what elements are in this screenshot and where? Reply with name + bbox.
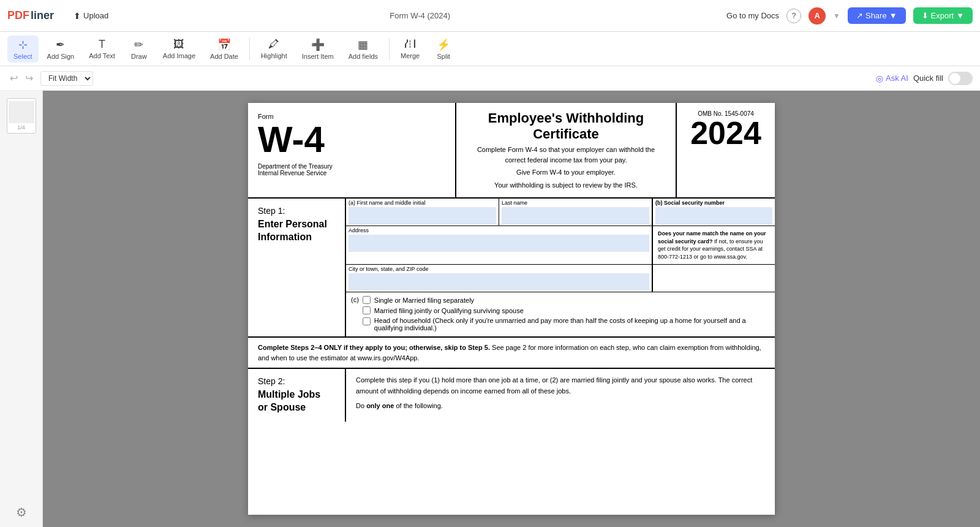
- merge-tool[interactable]: ⛙ Merge: [394, 36, 426, 62]
- head-of-household-checkbox[interactable]: [363, 317, 371, 325]
- ssn-label: (b) Social security number: [655, 200, 772, 206]
- address-label: Address: [349, 227, 649, 233]
- ask-ai-button[interactable]: ◎ Ask AI: [876, 74, 908, 83]
- add-text-tool[interactable]: T Add Text: [83, 36, 121, 62]
- dept-info: Department of the Treasury Internal Reve…: [258, 163, 445, 176]
- name-row: (a) First name and middle initial Last n…: [346, 199, 775, 226]
- ai-icon: ◎: [876, 74, 883, 83]
- firstname-cell: (a) First name and middle initial: [346, 199, 499, 226]
- lastname-cell: Last name: [499, 199, 652, 226]
- draw-icon: ✏: [134, 38, 143, 51]
- insert-item-tool[interactable]: ➕ Insert Item: [296, 36, 340, 63]
- head-of-household-label: Head of household (Check only if you're …: [374, 317, 770, 332]
- add-date-icon: 📅: [217, 38, 231, 51]
- split-tool[interactable]: ⚡ Split: [428, 36, 459, 63]
- step1-number: Step 1:: [258, 206, 335, 216]
- form-center-header: Employee's Withholding Certificate Compl…: [456, 103, 677, 197]
- form-subtitle1: Complete Form W-4 so that your employer …: [469, 145, 663, 165]
- address-input[interactable]: [349, 235, 649, 252]
- add-text-icon: T: [99, 38, 105, 51]
- step1-title: Enter Personal Information: [258, 218, 335, 244]
- city-label: City or town, state, and ZIP code: [349, 266, 649, 272]
- share-icon: ↗: [856, 11, 863, 20]
- form-right-header: OMB No. 1545-0074 2024: [677, 103, 775, 197]
- go-to-docs-link[interactable]: Go to my Docs: [726, 11, 779, 20]
- toolbar-separator-2: [389, 38, 390, 60]
- form-subtitle2: Give Form W-4 to your employer.: [469, 167, 663, 178]
- lastname-input[interactable]: [502, 207, 649, 224]
- married-jointly-checkbox-item: Married filing jointly or Qualifying sur…: [363, 306, 770, 314]
- ssa-note: Does your name match the name on your so…: [652, 226, 775, 264]
- add-sign-tool[interactable]: ✒ Add Sign: [41, 36, 81, 63]
- add-fields-icon: ▦: [358, 38, 368, 51]
- toolbar: ⊹ Select ✒ Add Sign T Add Text ✏ Draw 🖼 …: [0, 32, 980, 66]
- form-year: 2024: [684, 117, 767, 149]
- form-number: W-4: [258, 121, 445, 158]
- step2-title: Multiple Jobs or Spouse: [258, 389, 335, 414]
- help-button[interactable]: ?: [786, 9, 801, 23]
- doc-area: Form W-4 Department of the Treasury Inte…: [43, 91, 980, 527]
- share-chevron-icon: ▼: [889, 11, 897, 20]
- export-icon: ⬇: [922, 11, 929, 20]
- step2-label: Step 2: Multiple Jobs or Spouse: [248, 369, 346, 422]
- lastname-label: Last name: [502, 200, 649, 206]
- step1-fields: (a) First name and middle initial Last n…: [346, 199, 775, 336]
- page-thumbnail[interactable]: 1/4: [7, 98, 36, 134]
- city-input[interactable]: [349, 273, 649, 290]
- export-button[interactable]: ⬇ Export ▼: [913, 7, 973, 24]
- sub-toolbar: ↩ ↪ Fit Width ◎ Ask AI Quick fill: [0, 66, 980, 91]
- insert-item-icon: ➕: [311, 38, 325, 51]
- upload-label: Upload: [83, 11, 108, 20]
- notice-section: Complete Steps 2–4 ONLY if they apply to…: [248, 337, 775, 368]
- city-cell: City or town, state, and ZIP code: [346, 265, 652, 292]
- form-left-header: Form W-4 Department of the Treasury Inte…: [248, 103, 456, 197]
- checkbox-c-label: (c) Single or Married filing separately …: [351, 296, 770, 332]
- document-title: Form W-4 (2024): [123, 11, 717, 20]
- notice-bold: Complete Steps 2–4 ONLY if they apply to…: [258, 344, 490, 351]
- ssn-cell: (b) Social security number: [652, 199, 775, 226]
- redo-button[interactable]: ↪: [23, 71, 36, 85]
- form-subtitle3: Your withholding is subject to review by…: [469, 180, 663, 191]
- highlight-tool[interactable]: 🖍 Highlight: [255, 36, 293, 62]
- add-date-tool[interactable]: 📅 Add Date: [204, 36, 244, 63]
- add-image-tool[interactable]: 🖼 Add Image: [157, 36, 202, 62]
- form-title: Employee's Withholding Certificate: [469, 110, 663, 142]
- logo: PDFliner: [7, 9, 54, 22]
- head-of-household-checkbox-item: Head of household (Check only if you're …: [363, 317, 770, 332]
- main-area: 1/4 ⚙ Form W-4 Department of the Treasur…: [0, 91, 980, 527]
- logo-pdf: PDF: [7, 9, 29, 22]
- upload-button[interactable]: ⬆ Upload: [69, 9, 113, 23]
- married-jointly-label: Married filing jointly or Qualifying sur…: [374, 307, 524, 314]
- step2-text2: Do only one of the following.: [356, 401, 765, 412]
- merge-icon: ⛙: [405, 38, 416, 51]
- split-icon: ⚡: [437, 38, 450, 51]
- draw-tool[interactable]: ✏ Draw: [124, 36, 154, 63]
- step2-content: Complete this step if you (1) hold more …: [346, 369, 775, 422]
- city-row: City or town, state, and ZIP code: [346, 265, 775, 292]
- quick-fill-label: Quick fill: [913, 74, 943, 83]
- filing-status-row: (c) Single or Married filing separately …: [346, 292, 775, 336]
- avatar-button[interactable]: A: [809, 7, 826, 25]
- step2-text1: Complete this step if you (1) hold more …: [356, 375, 765, 396]
- city-spacer: [652, 265, 775, 292]
- left-sidebar: 1/4 ⚙: [0, 91, 43, 527]
- topbar: PDFliner ⬆ Upload Form W-4 (2024) Go to …: [0, 0, 980, 32]
- single-checkbox[interactable]: [363, 296, 371, 304]
- ssn-input[interactable]: [655, 207, 772, 224]
- step1-section: Step 1: Enter Personal Information (a) F…: [248, 199, 775, 337]
- undo-button[interactable]: ↩: [7, 71, 20, 85]
- toggle-knob: [949, 73, 960, 84]
- add-sign-icon: ✒: [56, 38, 65, 51]
- highlight-icon: 🖍: [268, 38, 279, 51]
- add-fields-tool[interactable]: ▦ Add fields: [342, 36, 384, 63]
- add-image-icon: 🖼: [173, 38, 184, 51]
- quick-fill-toggle[interactable]: [948, 72, 973, 85]
- single-label: Single or Married filing separately: [374, 297, 474, 304]
- fit-width-select[interactable]: Fit Width: [40, 71, 93, 86]
- share-button[interactable]: ↗ Share ▼: [848, 7, 906, 24]
- select-tool[interactable]: ⊹ Select: [7, 36, 39, 63]
- settings-icon[interactable]: ⚙: [16, 505, 27, 520]
- married-jointly-checkbox[interactable]: [363, 306, 371, 314]
- firstname-input[interactable]: [349, 207, 496, 224]
- dropdown-chevron[interactable]: ▼: [833, 12, 840, 20]
